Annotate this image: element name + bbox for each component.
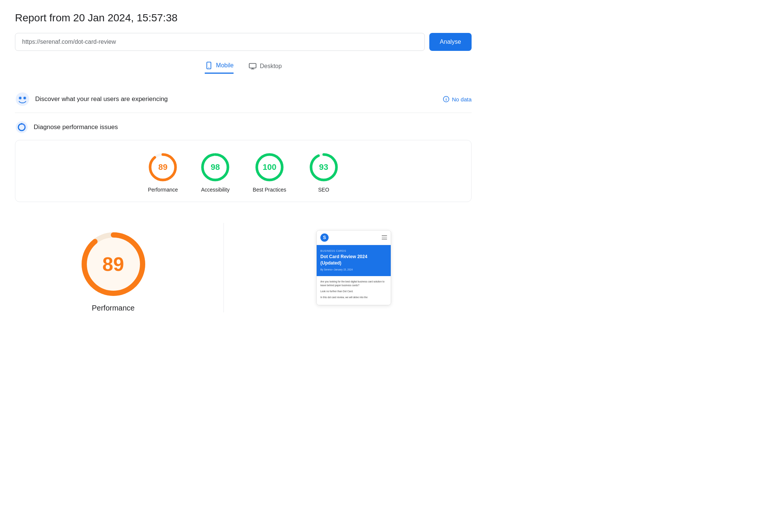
score-label-performance: Performance	[148, 187, 178, 193]
svg-rect-2	[249, 63, 256, 68]
real-users-title: Discover what your real users are experi…	[35, 95, 168, 103]
report-title: Report from 20 Jan 2024, 15:57:38	[15, 12, 472, 24]
score-circle-accessibility: 98	[200, 152, 230, 182]
url-bar-row: Analyse	[15, 33, 472, 51]
no-data-label: No data	[452, 96, 472, 103]
score-item-best-practices[interactable]: 100 Best Practices	[253, 152, 286, 193]
phone-body-text-3: In this dot card review, we will delve i…	[320, 296, 387, 299]
phone-body-text-1: Are you looking for the best digital bus…	[320, 280, 387, 287]
score-value-performance: 89	[158, 162, 167, 172]
score-value-accessibility: 98	[211, 162, 220, 172]
svg-point-8	[20, 98, 21, 98]
real-users-left: Discover what your real users are experi…	[15, 92, 168, 107]
score-circle-best-practices: 100	[255, 152, 284, 182]
real-users-icon	[15, 92, 30, 107]
score-label-best-practices: Best Practices	[253, 187, 286, 193]
detail-section: 89 Performance S BUSINESS CARDS Dot Card…	[15, 214, 472, 321]
tab-mobile-label: Mobile	[216, 62, 234, 69]
real-users-section: Discover what your real users are experi…	[15, 86, 472, 113]
info-icon	[443, 96, 450, 103]
tab-desktop-label: Desktop	[260, 63, 282, 70]
svg-point-14	[16, 121, 28, 133]
svg-point-1	[208, 67, 209, 68]
svg-rect-0	[207, 62, 211, 69]
phone-body: Are you looking for the best digital bus…	[317, 276, 391, 305]
score-label-seo: SEO	[318, 187, 329, 193]
phone-header: S	[317, 230, 391, 245]
svg-point-5	[16, 92, 29, 106]
desktop-icon	[249, 62, 257, 70]
svg-point-16	[21, 123, 22, 125]
url-input[interactable]	[15, 33, 425, 51]
large-score-value: 89	[103, 253, 124, 275]
score-label-accessibility: Accessibility	[201, 187, 229, 193]
score-item-performance[interactable]: 89 Performance	[148, 152, 178, 193]
no-data-badge: No data	[443, 96, 472, 103]
scores-card: 89 Performance 98 Accessibility	[15, 140, 472, 202]
score-circle-seo: 93	[309, 152, 339, 182]
score-item-seo[interactable]: 93 SEO	[309, 152, 339, 193]
tab-desktop[interactable]: Desktop	[249, 61, 282, 74]
phone-hero-category: BUSINESS CARDS	[320, 250, 387, 252]
svg-point-13	[446, 98, 447, 98]
phone-logo: S	[320, 233, 329, 242]
score-circle-performance: 89	[148, 152, 178, 182]
detail-left: 89 Performance	[15, 223, 224, 312]
diagnose-title: Diagnose performance issues	[34, 123, 118, 131]
svg-point-7	[24, 97, 26, 99]
score-value-best-practices: 100	[263, 162, 277, 172]
tabs-row: Mobile Desktop	[15, 61, 472, 74]
large-score-circle: 89	[80, 230, 147, 298]
phone-hero: BUSINESS CARDS Dot Card Review 2024 (Upd…	[317, 245, 391, 276]
tab-mobile[interactable]: Mobile	[205, 61, 234, 74]
diagnose-section: Diagnose performance issues	[15, 113, 472, 140]
large-score-label: Performance	[92, 304, 135, 312]
phone-body-text-2: Look no further than Dot Card.	[320, 290, 387, 293]
score-value-seo: 93	[319, 162, 328, 172]
diagnose-icon	[15, 120, 28, 134]
score-item-accessibility[interactable]: 98 Accessibility	[200, 152, 230, 193]
analyse-button[interactable]: Analyse	[429, 33, 472, 51]
phone-mockup: S BUSINESS CARDS Dot Card Review 2024 (U…	[316, 230, 391, 306]
mobile-icon	[205, 61, 213, 70]
detail-right: S BUSINESS CARDS Dot Card Review 2024 (U…	[236, 223, 472, 312]
phone-hero-meta: By Serena • January 15, 2024	[320, 268, 387, 271]
phone-menu-icon	[382, 235, 387, 239]
phone-hero-title: Dot Card Review 2024 (Updated)	[320, 254, 387, 266]
scores-row: 89 Performance 98 Accessibility	[15, 152, 471, 193]
